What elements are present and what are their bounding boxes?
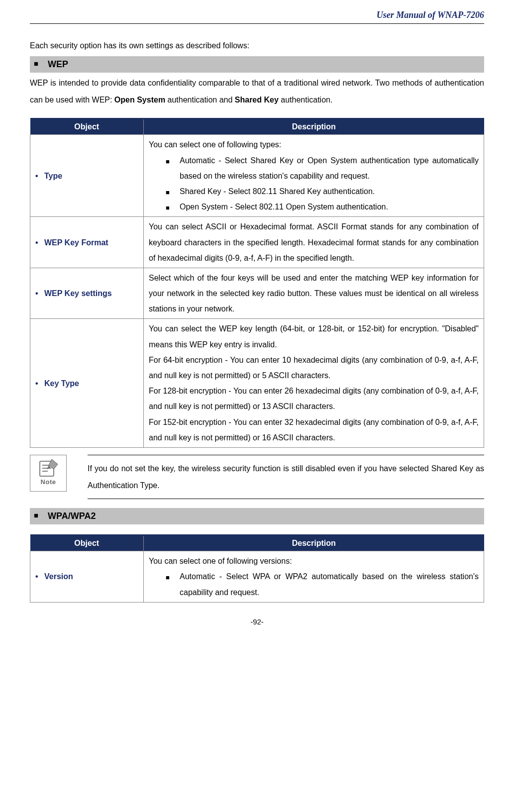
- table-header-object: Object: [30, 119, 144, 135]
- table-row: • Type You can select one of following t…: [30, 135, 484, 217]
- section-wep-title: WEP: [48, 59, 68, 69]
- page-header-title: User Manual of WNAP-7206: [30, 10, 484, 20]
- section-wpa-header: ■ WPA/WPA2: [30, 508, 484, 524]
- bullet-icon: •: [35, 286, 44, 301]
- list-item: ■ Open System - Select 802.11 Open Syste…: [166, 199, 479, 214]
- page-number: -92-: [30, 617, 484, 626]
- square-bullet-icon: ■: [166, 199, 180, 214]
- desc-text: Select which of the four keys will be us…: [144, 268, 484, 319]
- object-label: Key Type: [44, 376, 138, 391]
- table-row: • WEP Key Format You can select ASCII or…: [30, 217, 484, 268]
- object-label: WEP Key Format: [44, 235, 138, 250]
- square-bullet-icon: ■: [34, 511, 38, 519]
- object-label: Type: [44, 168, 138, 184]
- table-row: • Key Type You can select the WEP key le…: [30, 319, 484, 448]
- note-block: Note If you do not set the key, the wire…: [30, 455, 484, 499]
- table-row: • Version You can select one of followin…: [30, 551, 484, 603]
- note-label: Note: [30, 478, 66, 486]
- table-row: • WEP Key settings Select which of the f…: [30, 268, 484, 319]
- header-rule: [30, 23, 484, 24]
- intro-text: Each security option has its own setting…: [30, 39, 484, 52]
- bullet-icon: •: [35, 569, 44, 584]
- square-bullet-icon: ■: [166, 153, 180, 184]
- table-header-description: Description: [144, 535, 484, 551]
- bullet-icon: •: [35, 235, 44, 250]
- desc-lead: You can select one of following types:: [149, 137, 479, 152]
- desc-lead: You can select one of following versions…: [149, 553, 479, 569]
- note-text: If you do not set the key, the wireless …: [88, 455, 484, 499]
- table-header-object: Object: [30, 535, 144, 551]
- square-bullet-icon: ■: [166, 569, 180, 600]
- square-bullet-icon: ■: [34, 59, 38, 68]
- square-bullet-icon: ■: [166, 184, 180, 199]
- wpa-settings-table: Object Description • Version You can sel…: [30, 534, 484, 603]
- bullet-icon: •: [35, 376, 44, 391]
- list-item: ■ Automatic - Select Shared Key or Open …: [166, 153, 479, 184]
- wep-settings-table: Object Description • Type You can select…: [30, 118, 484, 448]
- table-header-description: Description: [144, 119, 484, 135]
- note-icon: Note: [30, 455, 67, 492]
- bullet-icon: •: [35, 168, 44, 184]
- section-wpa-title: WPA/WPA2: [48, 511, 96, 521]
- list-item: ■ Shared Key - Select 802.11 Shared Key …: [166, 184, 479, 199]
- object-label: Version: [44, 569, 138, 584]
- list-item: ■ Automatic - Select WPA or WPA2 automat…: [166, 569, 479, 600]
- object-label: WEP Key settings: [44, 286, 138, 301]
- wep-description: WEP is intended to provide data confiden…: [30, 75, 484, 108]
- section-wep-header: ■ WEP: [30, 56, 484, 73]
